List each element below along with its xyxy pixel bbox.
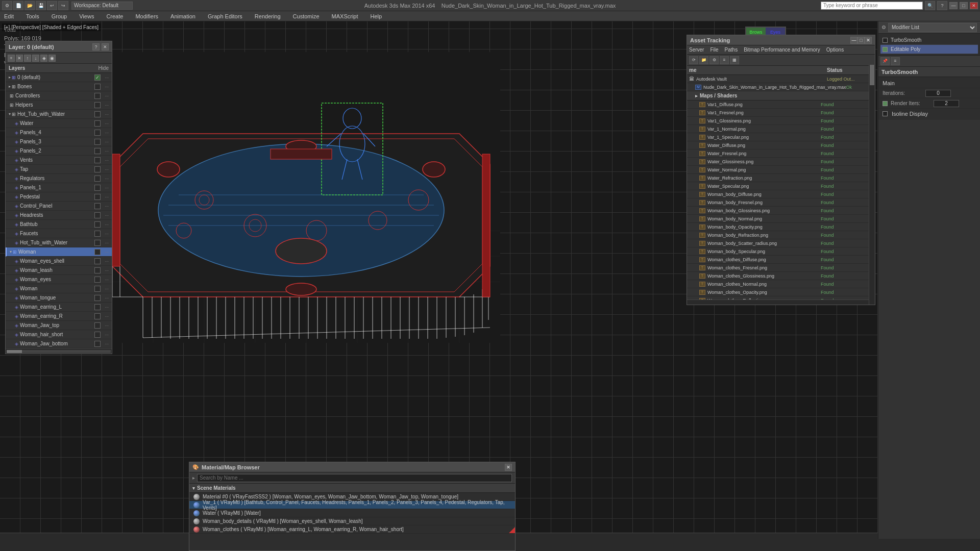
asset-icon5[interactable]: ▦: [730, 56, 739, 64]
layer-check-water[interactable]: [94, 120, 101, 127]
layers-add-btn[interactable]: ◉: [48, 55, 56, 62]
asset-menu-bitmap[interactable]: Bitmap Performance and Memory: [744, 47, 820, 53]
asset-icon3[interactable]: ⚙: [709, 56, 719, 64]
menu-group[interactable]: Group: [50, 12, 69, 20]
modifier-checkbox-poly[interactable]: [883, 47, 888, 52]
modifier-item-turbosmooth[interactable]: TurboSmooth: [880, 36, 978, 45]
layer-item-bathtub[interactable]: ◈ Bathtub ···: [6, 220, 112, 229]
asset-file-20[interactable]: T Woman_clothes_Fresnel.png Found: [687, 264, 869, 272]
layers-close-btn[interactable]: ✕: [102, 43, 109, 51]
layer-item-bones[interactable]: ▸ ⊞ Bones ···: [6, 82, 112, 91]
asset-file-11[interactable]: T Woman_body_Diffuse.png Found: [687, 190, 869, 198]
layers-move-down-btn[interactable]: ↓: [32, 55, 39, 62]
asset-menu-options[interactable]: Options: [826, 47, 844, 53]
asset-icon4[interactable]: ≡: [720, 56, 729, 64]
layer-check-earring-r[interactable]: [94, 313, 101, 319]
asset-file-21[interactable]: T Woman_clothes_Glossiness.png Found: [687, 272, 869, 280]
menu-animation[interactable]: Animation: [168, 12, 198, 20]
undo-btn[interactable]: ↩: [47, 1, 57, 10]
layer-check-hottub[interactable]: [94, 111, 101, 117]
asset-maps-section[interactable]: ▸ Maps / Shaders: [687, 91, 875, 101]
layer-item-woman[interactable]: ▾ ⊞ Woman ···: [6, 247, 112, 257]
asset-file-14[interactable]: T Woman_body_Normal.png Found: [687, 215, 869, 223]
material-row-1[interactable]: Var_1 ( VRayMtl ) [Bathtub, Control_Pane…: [189, 501, 515, 509]
layer-item-panels1[interactable]: ◈ Panels_1 ···: [6, 183, 112, 192]
turbosmooth-section[interactable]: TurboSmooth: [878, 67, 980, 77]
layer-check-pedestal[interactable]: [94, 194, 101, 200]
layer-check-panels2[interactable]: [94, 148, 101, 154]
modifier-checkbox[interactable]: [883, 38, 888, 43]
layer-check-helpers[interactable]: [94, 102, 101, 108]
layer-item-hottub[interactable]: ▾ ⊞ Hot_Tub_with_Water ···: [6, 110, 112, 119]
menu-modifiers[interactable]: Modifiers: [133, 12, 160, 20]
layer-item-panels3[interactable]: ◈ Panels_3 ···: [6, 137, 112, 146]
material-row-3[interactable]: Woman_body_details ( VRayMtl ) [Woman_ey…: [189, 517, 515, 525]
asset-vault-row[interactable]: 🏛 Autodesk Vault Logged Out...: [687, 75, 875, 83]
asset-file-16[interactable]: T Woman_body_Refraction.png Found: [687, 231, 869, 239]
search-icon[interactable]: 🔍: [925, 1, 935, 10]
asset-file-15[interactable]: T Woman_body_Opacity.png Found: [687, 223, 869, 231]
asset-file-18[interactable]: T Woman_body_Specular.png Found: [687, 247, 869, 256]
menu-create[interactable]: Create: [104, 12, 125, 20]
asset-max-file-row[interactable]: M Nude_Dark_Skin_Woman_in_Large_Hot_Tub_…: [687, 83, 875, 91]
menu-rendering[interactable]: Rendering: [253, 12, 283, 20]
asset-file-22[interactable]: T Woman_clothes_Normal.png Found: [687, 280, 869, 288]
layer-item-vents[interactable]: ◈ Vents ···: [6, 156, 112, 165]
menu-edit[interactable]: Edit: [2, 12, 16, 20]
asset-file-9[interactable]: T Water_Refraction.png Found: [687, 174, 869, 182]
layer-check-earring-l[interactable]: [94, 304, 101, 310]
menu-help[interactable]: Help: [369, 12, 384, 20]
asset-file-12[interactable]: T Woman_body_Fresnel.png Found: [687, 198, 869, 207]
asset-file-19[interactable]: T Woman_clothes_Diffuse.png Found: [687, 256, 869, 264]
material-search-input[interactable]: [197, 474, 512, 482]
asset-file-6[interactable]: T Water_Fresnel.png Found: [687, 149, 869, 158]
material-section-header[interactable]: ▾ Scene Materials: [189, 484, 515, 493]
layer-check-vents[interactable]: [94, 157, 101, 163]
layer-check-woman-leash[interactable]: [94, 267, 101, 273]
asset-icon2[interactable]: 📁: [699, 56, 708, 64]
restore-button[interactable]: □: [960, 2, 968, 9]
menu-graph-editors[interactable]: Graph Editors: [206, 12, 244, 20]
layer-check-jaw-bottom[interactable]: [94, 341, 101, 347]
ts-iterations-input[interactable]: [925, 90, 951, 97]
asset-file-23[interactable]: T Woman_clothes_Opacity.png Found: [687, 288, 869, 296]
layer-check-control-panel[interactable]: [94, 203, 101, 209]
layer-item-woman-jaw-bottom[interactable]: ◈ Woman_Jaw_bottom ···: [6, 339, 112, 348]
asset-bottom-scrollbar[interactable]: [687, 299, 869, 305]
layer-item-woman-earring-l[interactable]: ◈ Woman_earring_L ···: [6, 303, 112, 312]
asset-minimize-btn[interactable]: —: [850, 37, 857, 44]
menu-tools[interactable]: Tools: [24, 12, 41, 20]
layer-check-woman-sub[interactable]: [94, 286, 101, 292]
layer-check-bones[interactable]: [94, 84, 101, 90]
asset-menu-server[interactable]: Server: [689, 47, 704, 53]
app-icon[interactable]: ⚙: [2, 1, 12, 10]
layer-item-woman-hair-short[interactable]: ◈ Woman_hair_short ···: [6, 330, 112, 339]
modifier-item-editable-poly[interactable]: Editable Poly: [880, 45, 978, 54]
asset-file-1[interactable]: T Var1_Fresnel.png Found: [687, 109, 869, 117]
layer-item-woman-leash[interactable]: ◈ Woman_leash ···: [6, 266, 112, 275]
layer-item-pedestal[interactable]: ◈ Pedestal ···: [6, 192, 112, 202]
asset-close-btn[interactable]: ✕: [865, 37, 872, 44]
layer-check-woman-tongue[interactable]: [94, 295, 101, 301]
layer-check-jaw-top[interactable]: [94, 322, 101, 329]
layer-check-panels1[interactable]: [94, 185, 101, 191]
help-icon[interactable]: ?: [937, 1, 947, 10]
layer-item-hottub-sub[interactable]: ◈ Hot_Tub_with_Water ···: [6, 238, 112, 247]
layer-item-water[interactable]: ◈ Water ···: [6, 119, 112, 128]
asset-file-4[interactable]: T Var_1_Specular.png Found: [687, 133, 869, 141]
layer-item-woman-jaw-top[interactable]: ◈ Woman_Jaw_top ···: [6, 321, 112, 330]
layers-delete-btn[interactable]: ✕: [16, 55, 23, 62]
layer-check-woman-eyes-shell[interactable]: [94, 258, 101, 264]
layer-check-default[interactable]: ✓: [94, 74, 101, 81]
layer-check-tap[interactable]: [94, 166, 101, 172]
asset-restore-btn[interactable]: □: [857, 37, 865, 44]
layers-select-btn[interactable]: ◈: [40, 55, 47, 62]
layers-new-btn[interactable]: +: [8, 55, 15, 62]
search-input[interactable]: [821, 2, 923, 10]
ts-isoline-checkbox[interactable]: [883, 111, 888, 116]
asset-file-5[interactable]: T Water_Diffuse.png Found: [687, 141, 869, 149]
layers-help-btn[interactable]: ?: [92, 43, 100, 51]
material-row-4[interactable]: Woman_clothes ( VRayMtl ) [Woman_earring…: [189, 525, 515, 534]
asset-files-list[interactable]: T Var1_Diffuse.png Found T Var1_Fresnel.…: [687, 101, 869, 299]
minimize-button[interactable]: —: [949, 2, 958, 9]
